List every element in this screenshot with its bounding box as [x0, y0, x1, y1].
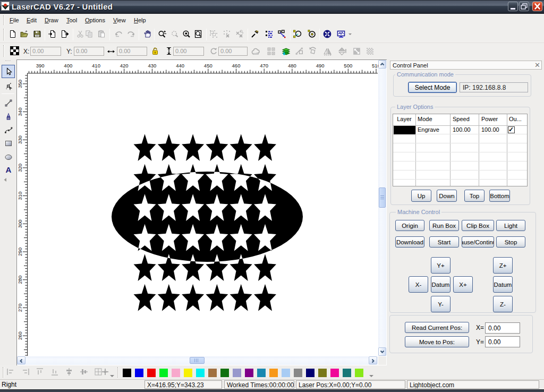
svg-text:460: 460 — [232, 63, 241, 69]
svg-text:300: 300 — [17, 219, 23, 228]
svg-text:320: 320 — [17, 164, 23, 172]
svg-text:480: 480 — [288, 63, 296, 69]
svg-text:350: 350 — [17, 80, 23, 88]
svg-text:440: 440 — [176, 63, 184, 69]
svg-text:340: 340 — [17, 108, 23, 116]
svg-text:290: 290 — [17, 248, 23, 256]
svg-text:270: 270 — [17, 303, 23, 312]
svg-text:390: 390 — [36, 63, 45, 69]
svg-text:430: 430 — [148, 63, 156, 69]
svg-text:500: 500 — [344, 63, 352, 69]
svg-text:260: 260 — [17, 331, 23, 340]
svg-text:420: 420 — [120, 63, 129, 69]
svg-text:470: 470 — [260, 63, 268, 69]
svg-text:280: 280 — [17, 276, 23, 284]
svg-text:A: A — [5, 166, 11, 174]
svg-text:400: 400 — [64, 63, 72, 69]
svg-text:410: 410 — [92, 63, 100, 69]
svg-text:450: 450 — [204, 63, 212, 69]
svg-text:330: 330 — [17, 135, 23, 144]
svg-text:490: 490 — [316, 63, 325, 69]
svg-text:310: 310 — [17, 192, 23, 200]
svg-text:510: 510 — [372, 63, 378, 69]
